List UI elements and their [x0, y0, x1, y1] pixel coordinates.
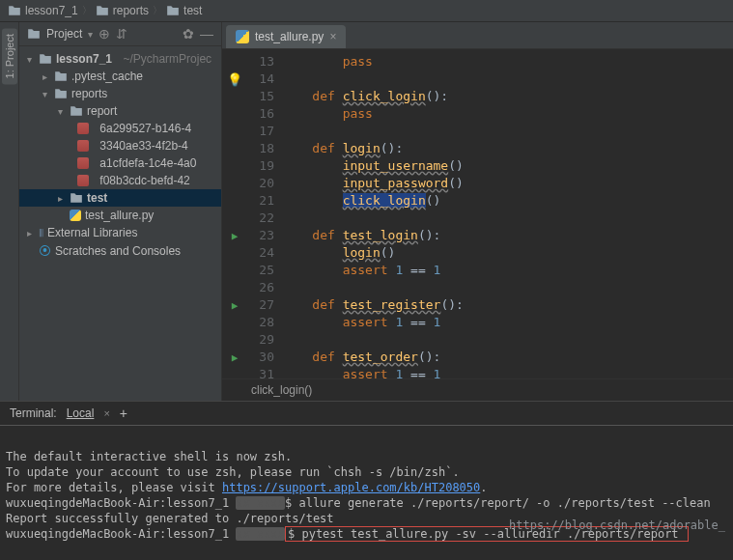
chevron-right-icon[interactable]: ▸ [39, 71, 50, 82]
tree-file[interactable]: a1cfdefa-1c4e-4a0 [19, 154, 221, 172]
chevron-right-icon: 〉 [82, 4, 92, 17]
locate-icon[interactable]: ⊕ [99, 26, 110, 42]
tree-scratches[interactable]: ⦿ Scratches and Consoles [19, 241, 221, 260]
tool-window-rail: 1: Project [0, 22, 19, 401]
folder-icon [54, 88, 68, 99]
json-file-icon [77, 175, 89, 186]
project-icon [27, 28, 41, 40]
redacted-text: xx xxxx [236, 496, 285, 510]
chevron-right-icon[interactable]: ▸ [23, 228, 35, 238]
rail-tab-project[interactable]: 1: Project [2, 28, 17, 84]
editor-breadcrumb[interactable]: click_login() [222, 378, 733, 401]
tree-root[interactable]: ▾ lesson7_1 ~/PycharmProjec [19, 50, 221, 68]
scratches-icon: ⦿ [39, 243, 51, 258]
chevron-down-icon[interactable]: ▾ [54, 106, 66, 117]
crumb-test[interactable]: test [166, 4, 202, 17]
python-file-icon [236, 30, 249, 43]
chevron-right-icon: 〉 [153, 4, 162, 17]
expand-icon[interactable]: ⇵ [116, 26, 127, 42]
intention-bulb-icon[interactable]: 💡 [227, 72, 242, 87]
tree-reports[interactable]: ▾ reports [19, 85, 221, 102]
tree-file[interactable]: f08b3cdc-befd-42 [19, 172, 221, 189]
folder-icon [96, 5, 109, 16]
chevron-down-icon[interactable]: ▾ [39, 89, 50, 99]
tree-file[interactable]: 6a299527-b146-4 [19, 120, 221, 137]
breadcrumb: lesson7_1 〉 reports 〉 test [0, 0, 733, 22]
tree-file[interactable]: 3340ae33-4f2b-4 [19, 137, 221, 154]
json-file-icon [77, 157, 89, 169]
folder-icon [54, 70, 68, 82]
project-panel-header: Project ▾ ⊕ ⇵ ✿ — [19, 22, 221, 46]
folder-icon [70, 105, 83, 117]
editor: test_allure.py × 💡▶▶▶ 131415161718192021… [222, 22, 733, 401]
tree-report[interactable]: ▾ report [19, 102, 221, 120]
library-icon: ⫴ [39, 226, 43, 239]
python-file-icon [70, 210, 81, 221]
run-gutter-icon[interactable]: ▶ [232, 299, 239, 312]
gear-icon[interactable]: ✿ [183, 26, 194, 42]
folder-icon [166, 5, 180, 16]
editor-tab-test-allure[interactable]: test_allure.py × [226, 25, 346, 48]
add-tab-icon[interactable]: + [120, 406, 127, 421]
crumb-lesson7_1[interactable]: lesson7_1 [8, 4, 78, 17]
redacted-text: xx xxxx [236, 527, 285, 541]
tree-pytest-cache[interactable]: ▸ .pytest_cache [19, 68, 221, 85]
tree-test[interactable]: ▸ test [19, 189, 221, 207]
run-gutter-icon[interactable]: ▶ [232, 351, 239, 364]
folder-icon [39, 53, 52, 65]
code-body[interactable]: pass def click_login(): pass def login()… [282, 49, 733, 378]
json-file-icon [77, 140, 89, 152]
crumb-reports[interactable]: reports [96, 4, 149, 17]
json-file-icon [77, 123, 89, 134]
folder-icon [70, 192, 83, 204]
close-icon[interactable]: × [329, 30, 336, 43]
terminal-panel: Terminal: Local × + The default interact… [0, 401, 733, 560]
close-tab-icon[interactable]: × [103, 407, 109, 419]
terminal-tab-local[interactable]: Local [67, 406, 95, 420]
gutter[interactable]: 💡▶▶▶ [222, 49, 247, 378]
terminal-link[interactable]: https://support.apple.com/kb/HT208050 [222, 481, 480, 494]
folder-icon [8, 5, 21, 16]
chevron-right-icon[interactable]: ▸ [54, 193, 66, 204]
hide-icon[interactable]: — [200, 26, 213, 42]
editor-tabs: test_allure.py × [222, 22, 733, 49]
panel-title: Project [46, 27, 82, 41]
chevron-down-icon[interactable]: ▾ [88, 29, 93, 40]
terminal-body[interactable]: The default interactive shell is now zsh… [0, 426, 733, 560]
highlighted-command: $ pytest test_allure.py -sv --alluredir … [285, 526, 689, 542]
line-numbers: 13141516171819202122232425262728293031 [247, 49, 282, 378]
project-panel: Project ▾ ⊕ ⇵ ✿ — ▾ lesson7_1 ~/PycharmP… [19, 22, 222, 401]
project-tree[interactable]: ▾ lesson7_1 ~/PycharmProjec ▸ .pytest_ca… [19, 46, 221, 264]
terminal-title: Terminal: [10, 406, 57, 420]
tree-test-file[interactable]: test_allure.py [19, 207, 221, 224]
run-gutter-icon[interactable]: ▶ [232, 230, 239, 242]
tree-external-libraries[interactable]: ▸ ⫴ External Libraries [19, 224, 221, 241]
chevron-down-icon[interactable]: ▾ [23, 54, 35, 65]
